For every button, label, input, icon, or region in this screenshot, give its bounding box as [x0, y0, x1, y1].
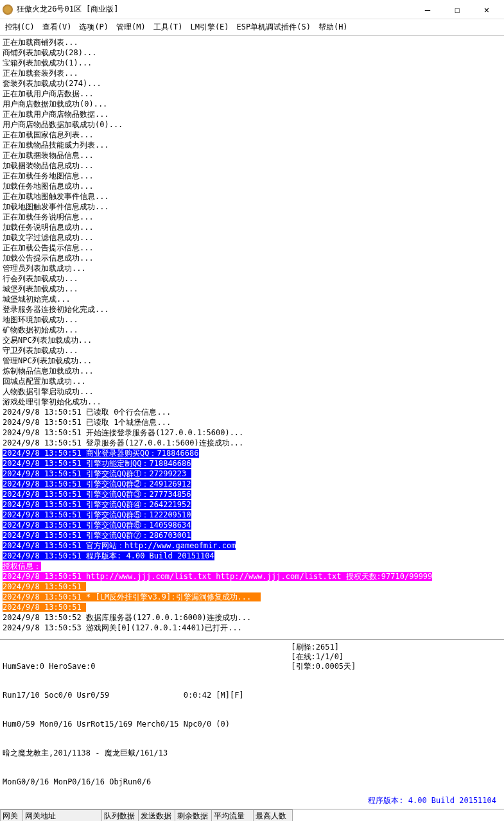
stat-boss: 暗之魔龙教主,201/1138 - 魔龙巨蛾/161/13: [3, 748, 291, 758]
log-line: 交易NPC列表加载成功...: [3, 335, 501, 345]
log-line: 2024/9/8 13:50:51 引擎交流QQ群⑦：286703001: [3, 530, 501, 540]
col-remain[interactable]: 剩余数据: [175, 810, 212, 822]
log-line: 2024/9/8 13:50:51: [3, 602, 501, 612]
log-line: 正在加载物品技能威力列表...: [3, 140, 501, 150]
log-line: 2024/9/8 13:50:51 * [LM反外挂引擎v3.9]:引擎漏洞修复…: [3, 592, 501, 602]
log-line: 2024/9/8 13:50:51 已读取 0个行会信息...: [3, 407, 501, 417]
log-line: 人物数据引擎启动成功...: [3, 386, 501, 397]
log-line: 用户商店数据加载成功(0)...: [3, 99, 501, 109]
log-line: 加载捆装物品信息成功...: [3, 160, 501, 171]
log-line: 正在加载用户商店数据...: [3, 89, 501, 99]
stat-hum: Hum0/59 Mon0/16 UsrRot15/169 Merch0/15 N…: [3, 720, 291, 729]
log-line: 炼制物品信息加载成功...: [3, 366, 501, 376]
minimize-button[interactable]: —: [413, 0, 442, 19]
log-line: 2024/9/8 13:50:51 已读取 1个城堡信息...: [3, 417, 501, 428]
stat-mong: MonG0/0/16 MonP0/16/16 ObjRun0/6: [3, 777, 291, 787]
titlebar: 狂傲火龙26号01区 [商业版] — ☐ ✕: [0, 0, 504, 19]
log-line: 登录服务器连接初始化完成...: [3, 304, 501, 315]
log-area[interactable]: 正在加载商铺列表...商铺列表加载成功(28)...宝箱列表加载成功(1)...…: [0, 36, 504, 639]
log-line: 游戏处理引擎初始化成功...: [3, 397, 501, 407]
log-line: 授权信息：: [3, 561, 501, 571]
log-line: 管理NPC列表加载成功...: [3, 356, 501, 366]
log-line: 加载公告提示信息成功...: [3, 253, 501, 263]
menubar: 控制(C) 查看(V) 选项(P) 管理(M) 工具(T) LM引擎(E) ES…: [0, 19, 504, 36]
log-line: 加载任务说明信息成功...: [3, 222, 501, 232]
log-line: 矿物数据初始成功...: [3, 325, 501, 335]
log-line: 城堡城初始完成...: [3, 294, 501, 304]
menu-lm[interactable]: LM引擎(E): [190, 22, 229, 33]
log-line: 正在加载国家信息列表...: [3, 130, 501, 140]
log-line: 地图环境加载成功...: [3, 315, 501, 325]
close-button[interactable]: ✕: [472, 0, 501, 19]
log-line: 正在加载地图触发事件信息...: [3, 191, 501, 202]
log-line: 正在加载商铺列表...: [3, 37, 501, 48]
menu-options[interactable]: 选项(P): [79, 22, 109, 33]
log-line: 城堡列表加载成功...: [3, 284, 501, 294]
log-line: 2024/9/8 13:50:51 登录服务器(127.0.0.1:5600)连…: [3, 438, 501, 448]
log-line: 管理员列表加载成功...: [3, 263, 501, 273]
log-line: 正在加载用户商店物品数据...: [3, 109, 501, 119]
log-line: 加载文字过滤信息成功...: [3, 232, 501, 243]
log-line: 加载地图触发事件信息成功...: [3, 202, 501, 212]
window-title: 狂傲火龙26号01区 [商业版]: [17, 4, 413, 15]
menu-esp[interactable]: ESP单机调试插件(S): [237, 22, 311, 33]
stats-panel: HumSave:0 HeroSave:0 Run17/10 Soc0/0 Usr…: [0, 639, 504, 809]
log-line: 2024/9/8 13:50:51 商业登录器购买QQ：718846686: [3, 448, 501, 458]
col-flow[interactable]: 平均流量: [212, 810, 254, 822]
log-line: 2024/9/8 13:50:53 游戏网关[0](127.0.0.1:4401…: [3, 623, 501, 633]
log-line: 2024/9/8 13:50:51 引擎交流QQ群⑥：140598634: [3, 520, 501, 530]
menu-view[interactable]: 查看(V): [42, 22, 72, 33]
app-icon: [3, 4, 13, 15]
log-line: 2024/9/8 13:50:51: [3, 582, 501, 592]
col-queue[interactable]: 队列数据: [102, 810, 139, 822]
stat-online: [在线:1/1/0]: [291, 652, 368, 662]
log-line: 正在加载捆装物品信息...: [3, 150, 501, 160]
log-line: 2024/9/8 13:50:51 引擎交流QQ群③：277734856: [3, 489, 501, 499]
col-gateway[interactable]: 网关: [1, 810, 23, 822]
col-send[interactable]: 发送数据: [139, 810, 175, 822]
log-line: 2024/9/8 13:50:51 引擎功能定制QQ：718846686: [3, 458, 501, 469]
log-line: 2024/9/8 13:50:52 数据库服务器(127.0.0.1:6000)…: [3, 612, 501, 623]
log-line: 2024/9/8 13:50:51 引擎交流QQ群⑤：122209510: [3, 510, 501, 520]
log-line: 2024/9/8 13:50:51 引擎交流QQ群④：264221952: [3, 499, 501, 510]
log-line: 加载任务地图信息成功...: [3, 181, 501, 191]
log-line: 行会列表加载成功...: [3, 273, 501, 284]
log-line: 2024/9/8 13:50:51 程序版本: 4.00 Build 20151…: [3, 551, 501, 561]
menu-help[interactable]: 帮助(H): [318, 22, 348, 33]
log-line: 2024/9/8 13:50:51 引擎交流QQ群②：249126912: [3, 479, 501, 489]
log-line: 2024/9/8 13:50:51 http://www.jjj.com/lis…: [3, 571, 501, 582]
log-line: 正在加载套装列表...: [3, 68, 501, 78]
log-line: 2024/9/8 13:50:51 官方网站：http://www.gameof…: [3, 540, 501, 551]
menu-manage[interactable]: 管理(M): [116, 22, 146, 33]
log-line: 2024/9/8 13:50:51 开始连接登录服务器(127.0.0.1:56…: [3, 428, 501, 438]
log-line: 正在加载公告提示信息...: [3, 243, 501, 253]
log-line: 回城点配置加载成功...: [3, 376, 501, 386]
log-line: 守卫列表加载成功...: [3, 345, 501, 356]
version-label: 程序版本: 4.00 Build 20151104: [368, 795, 501, 806]
log-line: 商铺列表加载成功(28)...: [3, 48, 501, 58]
menu-tools[interactable]: 工具(T): [153, 22, 183, 33]
stat-spawn: [刷怪:2651]: [291, 643, 368, 652]
stat-run: Run17/10 Soc0/0 Usr0/59 0:0:42 [M][F]: [3, 691, 291, 700]
stat-humsave: HumSave:0 HeroSave:0: [3, 662, 291, 671]
log-line: 宝箱列表加载成功(1)...: [3, 58, 501, 68]
log-line: 用户商店物品数据加载成功(0)...: [3, 119, 501, 130]
menu-control[interactable]: 控制(C): [5, 22, 35, 33]
stat-engine: [引擎:0.0005天]: [291, 662, 368, 671]
col-max[interactable]: 最高人数: [254, 810, 293, 822]
log-line: 2024/9/8 13:50:51 引擎交流QQ群①：27299223: [3, 469, 501, 479]
log-line: 正在加载任务说明信息...: [3, 212, 501, 222]
col-address[interactable]: 网关地址: [22, 810, 102, 822]
maximize-button[interactable]: ☐: [442, 0, 472, 19]
log-line: 套装列表加载成功(274)...: [3, 78, 501, 89]
gateway-grid: 网关 网关地址 队列数据 发送数据 剩余数据 平均流量 最高人数 0127.0.…: [0, 809, 504, 821]
log-line: 正在加载任务地图信息...: [3, 171, 501, 181]
